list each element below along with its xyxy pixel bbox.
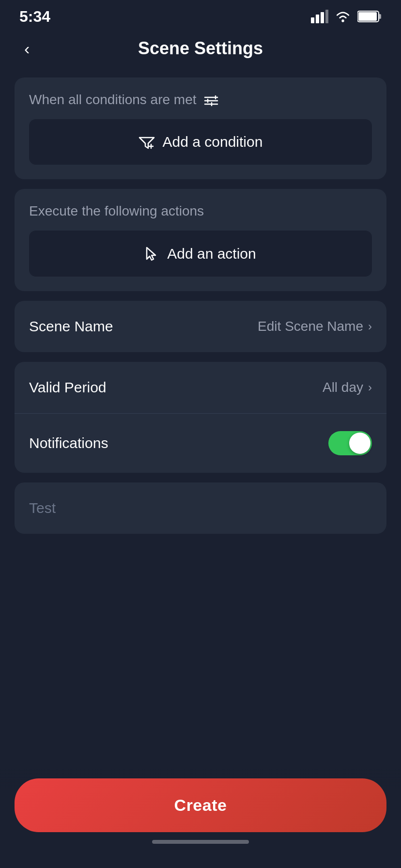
create-button[interactable]: Create [15,778,386,832]
wifi-icon [334,10,352,23]
notifications-toggle[interactable] [328,431,372,455]
scene-name-card: Scene Name Edit Scene Name › [15,301,386,352]
valid-period-row[interactable]: Valid Period All day › [15,362,386,413]
condition-label: When all conditions are met [29,92,372,108]
svg-point-4 [341,19,344,22]
signal-icon [311,10,328,23]
status-time: 5:34 [19,8,50,26]
main-content: When all conditions are met [0,68,401,543]
scene-name-label: Scene Name [29,318,113,335]
settings-card: Valid Period All day › Notifications [15,362,386,473]
scene-name-row[interactable]: Scene Name Edit Scene Name › [15,301,386,352]
valid-period-chevron: › [368,381,372,394]
notifications-row: Notifications [15,413,386,473]
add-action-button[interactable]: Add an action [29,231,372,277]
cursor-icon [145,245,159,262]
add-condition-label: Add a condition [163,134,263,150]
status-bar: 5:34 [0,0,401,29]
page-title: Scene Settings [138,38,263,59]
swap-icon [204,92,218,108]
filter-icon [139,134,155,150]
svg-rect-0 [311,17,314,23]
add-condition-button[interactable]: Add a condition [29,119,372,165]
svg-rect-7 [379,14,381,19]
add-action-label: Add an action [167,246,256,262]
toggle-thumb [349,433,370,454]
action-card: Execute the following actions Add an act… [15,189,386,291]
status-icons [311,10,382,23]
battery-icon [357,10,382,23]
valid-period-label: Valid Period [29,379,107,396]
svg-rect-2 [321,12,324,23]
bottom-area: Create [0,769,401,868]
back-button[interactable]: ‹ [19,37,34,61]
home-indicator [152,840,249,844]
svg-rect-3 [325,10,328,23]
valid-period-value: All day › [323,380,372,395]
condition-card: When all conditions are met [15,78,386,179]
test-card[interactable]: Test [15,482,386,534]
header: ‹ Scene Settings [0,29,401,68]
test-label: Test [29,500,56,516]
notifications-label: Notifications [29,435,108,451]
svg-rect-1 [316,15,319,23]
scene-name-chevron: › [368,320,372,333]
action-label: Execute the following actions [29,203,372,219]
scene-name-value: Edit Scene Name › [258,319,372,334]
svg-rect-6 [358,12,377,21]
toggle-track [328,431,372,455]
